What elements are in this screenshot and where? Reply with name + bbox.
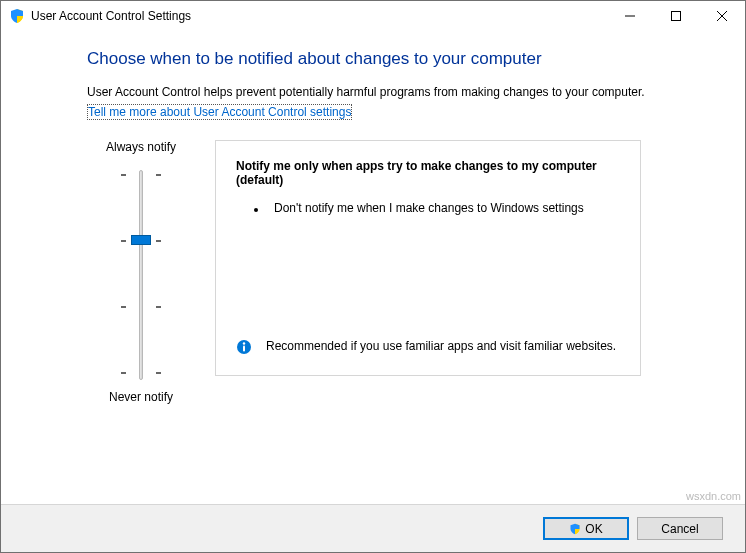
window-title: User Account Control Settings — [31, 9, 607, 23]
info-icon — [236, 339, 252, 355]
slider-bottom-label: Never notify — [109, 390, 173, 404]
notification-slider[interactable] — [116, 170, 166, 380]
titlebar: User Account Control Settings — [1, 1, 745, 31]
slider-track — [139, 170, 143, 380]
slider-tick — [121, 372, 126, 374]
description-panel: Notify me only when apps try to make cha… — [215, 140, 641, 376]
watermark: wsxdn.com — [686, 490, 741, 502]
body-area: Always notify Never notify Notify me onl… — [87, 140, 717, 404]
svg-point-5 — [243, 342, 245, 344]
uac-shield-icon — [569, 523, 581, 535]
slider-tick — [156, 372, 161, 374]
slider-tick — [156, 174, 161, 176]
recommendation-text: Recommended if you use familiar apps and… — [266, 339, 616, 353]
help-link[interactable]: Tell me more about User Account Control … — [87, 104, 352, 120]
bullet-icon — [254, 208, 258, 212]
ok-button[interactable]: OK — [543, 517, 629, 540]
bullet-item: Don't notify me when I make changes to W… — [236, 201, 620, 215]
svg-rect-6 — [243, 346, 245, 352]
page-description: User Account Control helps prevent poten… — [87, 85, 717, 99]
cancel-label: Cancel — [661, 522, 698, 536]
svg-rect-1 — [672, 12, 681, 21]
slider-tick — [156, 240, 161, 242]
cancel-button[interactable]: Cancel — [637, 517, 723, 540]
slider-top-label: Always notify — [106, 140, 176, 154]
uac-shield-icon — [9, 8, 25, 24]
window-controls — [607, 1, 745, 31]
ok-label: OK — [585, 522, 602, 536]
recommendation: Recommended if you use familiar apps and… — [236, 339, 620, 355]
maximize-button[interactable] — [653, 1, 699, 31]
slider-thumb[interactable] — [131, 235, 151, 245]
bullet-text: Don't notify me when I make changes to W… — [274, 201, 584, 215]
slider-tick — [121, 306, 126, 308]
slider-tick — [156, 306, 161, 308]
content-area: Choose when to be notified about changes… — [1, 31, 745, 404]
footer: OK Cancel — [1, 504, 745, 552]
slider-tick — [121, 240, 126, 242]
minimize-button[interactable] — [607, 1, 653, 31]
panel-title: Notify me only when apps try to make cha… — [236, 159, 620, 187]
slider-tick — [121, 174, 126, 176]
close-button[interactable] — [699, 1, 745, 31]
page-heading: Choose when to be notified about changes… — [87, 49, 717, 69]
slider-column: Always notify Never notify — [87, 140, 195, 404]
